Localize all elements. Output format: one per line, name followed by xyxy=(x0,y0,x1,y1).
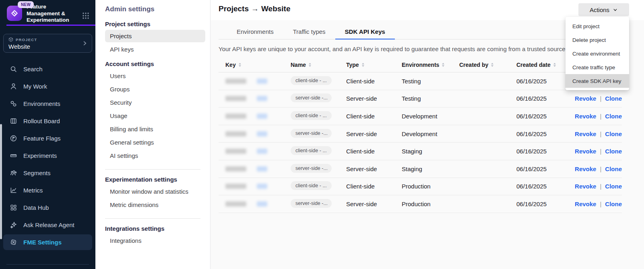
sidebar-item-segments[interactable]: Segments xyxy=(0,164,95,182)
actions-dropdown-menu: Edit projectDelete projectCreate environ… xyxy=(566,17,629,90)
breadcrumb-arrow-icon: → xyxy=(251,4,259,13)
revoke-link[interactable]: Revoke xyxy=(575,183,596,190)
column-header-type[interactable]: Type xyxy=(346,62,402,68)
clone-link[interactable]: Clone xyxy=(605,130,622,137)
tab-traffic-types[interactable]: Traffic types xyxy=(283,24,335,39)
clone-link[interactable]: Clone xyxy=(605,166,622,172)
sidebar-item-ask-release-agent[interactable]: Ask Release Agent xyxy=(0,216,95,234)
actions-button[interactable]: Actions xyxy=(578,3,629,16)
admin-item-groups[interactable]: Groups xyxy=(105,83,205,95)
sidebar-item-experiments[interactable]: Experiments xyxy=(0,147,95,164)
revoke-link[interactable]: Revoke xyxy=(575,201,596,207)
redacted-copy-link[interactable] xyxy=(257,184,267,189)
redacted-key-value xyxy=(225,114,246,119)
sidebar-item-my-work[interactable]: My Work xyxy=(0,78,95,95)
admin-item-monitor-window-and-statistics[interactable]: Monitor window and statistics xyxy=(105,185,205,198)
column-header-created-by[interactable]: Created by xyxy=(459,62,516,68)
admin-item-integrations[interactable]: Integrations xyxy=(105,234,205,247)
chevron-down-icon xyxy=(613,7,618,12)
revoke-link[interactable]: Revoke xyxy=(575,166,596,172)
sidebar-scrollbar[interactable] xyxy=(0,124,2,239)
clone-link[interactable]: Clone xyxy=(605,201,622,207)
redacted-copy-link[interactable] xyxy=(257,149,267,154)
primary-sidebar: NEW Feature Management & Experimentation… xyxy=(0,0,95,269)
board-icon xyxy=(10,118,17,124)
redacted-key-value xyxy=(225,149,246,154)
admin-item-api-keys[interactable]: API keys xyxy=(105,43,205,56)
sort-icon[interactable] xyxy=(553,63,556,67)
redacted-key-value xyxy=(225,166,246,172)
menu-item-create-traffic-type[interactable]: Create traffic type xyxy=(566,60,629,74)
sort-icon[interactable] xyxy=(442,63,444,67)
sidebar-item-rollout-board[interactable]: Rollout Board xyxy=(0,112,95,130)
sort-icon[interactable] xyxy=(362,63,364,67)
hexagons-icon xyxy=(10,100,17,107)
breadcrumb-parent[interactable]: Projects xyxy=(219,4,249,13)
redacted-copy-link[interactable] xyxy=(257,79,267,84)
app-switcher-icon[interactable] xyxy=(82,12,89,19)
sidebar-item-data-hub[interactable]: Data Hub xyxy=(0,199,95,216)
project-label: PROJECT xyxy=(16,37,37,42)
ruler-icon xyxy=(10,152,17,159)
redacted-copy-link[interactable] xyxy=(257,114,267,119)
actions-separator: | xyxy=(600,201,601,207)
revoke-link[interactable]: Revoke xyxy=(575,148,596,155)
sidebar-item-metrics[interactable]: Metrics xyxy=(0,182,95,199)
row-actions: Revoke|Clone xyxy=(575,95,622,102)
sort-icon[interactable] xyxy=(309,63,311,67)
sort-up-arrow xyxy=(491,63,493,64)
key-cell xyxy=(225,96,291,101)
admin-item-usage[interactable]: Usage xyxy=(105,110,205,122)
sidebar-item-environments[interactable]: Environments xyxy=(0,95,95,112)
column-header-created-date[interactable]: Created date xyxy=(516,62,569,68)
type-cell: Server-side xyxy=(346,130,402,137)
clone-link[interactable]: Clone xyxy=(605,183,622,190)
column-header-environments[interactable]: Environments xyxy=(402,62,459,68)
menu-item-delete-project[interactable]: Delete project xyxy=(566,33,629,47)
redacted-key-value xyxy=(225,131,246,137)
sidebar-item-feature-flags[interactable]: Feature Flags xyxy=(0,130,95,147)
admin-item-general-settings[interactable]: General settings xyxy=(105,136,205,149)
sidebar-item-label: Metrics xyxy=(23,187,43,194)
sidebar-item-search[interactable]: Search xyxy=(0,60,95,78)
menu-item-create-sdk-api-key[interactable]: Create SDK API key xyxy=(566,74,629,88)
admin-item-users[interactable]: Users xyxy=(105,70,205,82)
revoke-link[interactable]: Revoke xyxy=(575,130,596,137)
admin-item-billing-and-limits[interactable]: Billing and limits xyxy=(105,123,205,135)
redacted-copy-link[interactable] xyxy=(257,96,267,101)
table-row: server-side -...Server-sideProduction06/… xyxy=(219,195,622,213)
column-header-name[interactable]: Name xyxy=(291,62,346,68)
menu-item-edit-project[interactable]: Edit project xyxy=(566,19,629,33)
sort-icon[interactable] xyxy=(491,63,493,67)
row-actions: Revoke|Clone xyxy=(575,201,622,207)
admin-item-metric-dimensions[interactable]: Metric dimensions xyxy=(105,199,205,211)
sidebar-item-fme-settings[interactable]: FME Settings xyxy=(3,234,92,250)
sort-icon[interactable] xyxy=(239,63,241,67)
menu-item-create-environment[interactable]: Create environment xyxy=(566,47,629,60)
admin-section-heading-account-settings: Account settings xyxy=(105,60,205,67)
sort-down-arrow xyxy=(553,65,556,67)
clone-link[interactable]: Clone xyxy=(605,113,622,120)
chart-icon xyxy=(10,187,17,194)
redacted-copy-link[interactable] xyxy=(257,131,267,137)
sidebar-item-label: Experiments xyxy=(23,152,57,159)
project-selector[interactable]: PROJECT Website xyxy=(3,34,92,53)
name-cell: client-side - ... xyxy=(291,76,346,86)
redacted-copy-link[interactable] xyxy=(257,166,267,172)
revoke-link[interactable]: Revoke xyxy=(575,113,596,120)
admin-item-projects[interactable]: Projects xyxy=(105,30,205,42)
table-row: client-side - ...Client-sideStaging06/16… xyxy=(219,143,622,160)
clone-link[interactable]: Clone xyxy=(605,95,622,102)
row-actions: Revoke|Clone xyxy=(575,130,622,137)
key-cell xyxy=(225,149,291,154)
tab-environments[interactable]: Environments xyxy=(227,24,283,39)
tab-sdk-api-keys[interactable]: SDK API Keys xyxy=(335,24,395,39)
revoke-link[interactable]: Revoke xyxy=(575,95,596,102)
admin-item-security[interactable]: Security xyxy=(105,96,205,109)
column-header-key[interactable]: Key xyxy=(225,62,291,68)
admin-item-ai-settings[interactable]: AI settings xyxy=(105,149,205,162)
sort-down-arrow xyxy=(362,65,364,67)
redacted-copy-link[interactable] xyxy=(257,201,267,207)
breadcrumb: Projects→Website xyxy=(219,4,291,13)
clone-link[interactable]: Clone xyxy=(605,148,622,155)
